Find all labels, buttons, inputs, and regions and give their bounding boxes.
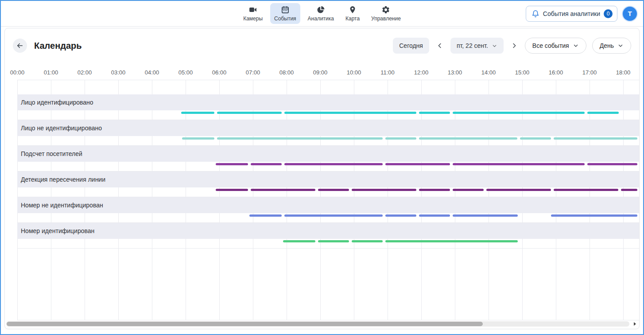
event-segment[interactable]	[181, 112, 214, 114]
event-segment[interactable]	[554, 189, 618, 191]
view-dropdown[interactable]: День	[592, 38, 631, 54]
event-segment[interactable]	[249, 214, 281, 217]
event-segment[interactable]	[385, 137, 416, 140]
event-segment[interactable]	[385, 240, 518, 242]
event-segment[interactable]	[453, 214, 518, 217]
row-label: Номер не идентифицирован	[21, 202, 103, 209]
event-segment[interactable]	[217, 137, 383, 140]
event-segment[interactable]	[419, 112, 450, 114]
hour-label: 17:00	[582, 69, 597, 76]
event-segment[interactable]	[385, 163, 450, 165]
settings-icon	[381, 5, 390, 14]
horizontal-scrollbar[interactable]	[6, 321, 629, 327]
nav-item-cameras[interactable]: Камеры	[239, 3, 267, 24]
event-segment[interactable]	[453, 163, 585, 165]
event-segment[interactable]	[385, 214, 416, 217]
event-filter-dropdown[interactable]: Все события	[525, 38, 586, 54]
event-segment[interactable]	[419, 137, 517, 140]
event-segment[interactable]	[419, 189, 450, 191]
event-segment[interactable]	[554, 137, 637, 140]
back-button[interactable]	[13, 39, 27, 53]
row-track	[17, 110, 639, 120]
calendar-panel: Календарь Сегодня пт, 22 сент. Все со	[4, 28, 640, 329]
hour-label: 18:00	[616, 69, 631, 76]
nav-label-map: Карта	[345, 16, 360, 22]
next-day-button[interactable]	[509, 41, 519, 51]
event-segment[interactable]	[486, 189, 551, 191]
event-segment[interactable]	[318, 189, 349, 191]
event-segment[interactable]	[587, 112, 619, 114]
event-segment[interactable]	[520, 137, 551, 140]
event-segment[interactable]	[419, 214, 450, 217]
row-label-band: Детекция пересечения линии	[17, 171, 639, 187]
event-segment[interactable]	[284, 163, 383, 165]
row-label: Лицо не идентифицировано	[21, 125, 102, 132]
scrollbar-thumb[interactable]	[7, 322, 483, 326]
app-window: { "topbar": { "nav": [ { "label": "Камер…	[0, 0, 644, 335]
analytics-events-button[interactable]: События аналитики 0	[526, 6, 617, 22]
event-segment[interactable]	[551, 214, 637, 217]
nav-item-map[interactable]: Карта	[341, 3, 364, 24]
event-segment[interactable]	[251, 163, 282, 165]
chevron-down-icon	[492, 43, 497, 49]
analytics-icon	[316, 5, 325, 14]
event-segment[interactable]	[216, 189, 248, 191]
event-segment[interactable]	[318, 240, 349, 242]
avatar[interactable]: T	[623, 7, 637, 21]
nav-item-management[interactable]: Управление	[367, 3, 405, 24]
event-segment[interactable]	[587, 163, 637, 165]
event-filter-label: Все события	[532, 42, 569, 49]
event-segment[interactable]	[217, 112, 282, 114]
time-axis: 00:0001:0002:0003:0004:0005:0006:0007:00…	[5, 63, 639, 80]
today-button[interactable]: Сегодня	[393, 38, 429, 54]
topbar: Камеры События Аналитика Карта Управлени…	[1, 1, 643, 27]
row-label: Детекция пересечения линии	[21, 176, 105, 183]
scroll-right-arrow[interactable]	[633, 322, 636, 326]
row-label: Номер идентифицирован	[21, 227, 94, 234]
hour-label: 15:00	[515, 69, 530, 76]
view-label: День	[600, 42, 614, 49]
calendar-header: Календарь Сегодня пт, 22 сент. Все со	[5, 28, 639, 63]
event-segment[interactable]	[453, 189, 484, 191]
camera-icon	[248, 5, 257, 14]
hour-label: 06:00	[212, 69, 227, 76]
event-segment[interactable]	[284, 112, 416, 114]
row-track	[17, 162, 639, 171]
hour-label: 14:00	[481, 69, 496, 76]
nav-item-analytics[interactable]: Аналитика	[304, 3, 338, 24]
event-segment[interactable]	[352, 240, 383, 242]
analytics-events-badge: 0	[604, 9, 613, 18]
chevron-right-icon	[510, 42, 518, 50]
event-segment[interactable]	[283, 240, 315, 242]
event-segment[interactable]	[251, 189, 315, 191]
hour-label: 00:00	[10, 69, 25, 76]
hour-label: 13:00	[448, 69, 462, 76]
row-track	[17, 239, 639, 249]
event-segment[interactable]	[352, 189, 416, 191]
topbar-right: События аналитики 0 T	[526, 6, 637, 22]
event-segment[interactable]	[284, 214, 383, 217]
event-segment[interactable]	[453, 112, 585, 114]
chevron-down-icon	[573, 43, 579, 49]
date-label: пт, 22 сент.	[457, 42, 488, 49]
hour-label: 03:00	[111, 69, 126, 76]
nav-label-analytics: Аналитика	[308, 16, 334, 22]
nav-item-events[interactable]: События	[270, 3, 300, 24]
event-segment[interactable]	[216, 163, 248, 165]
hour-label: 05:00	[178, 69, 193, 76]
row-label: Подсчет посетителей	[21, 150, 82, 157]
row-label: Лицо идентифицировано	[21, 99, 93, 106]
event-segment[interactable]	[621, 189, 637, 191]
date-dropdown[interactable]: пт, 22 сент.	[450, 38, 504, 54]
row-track	[17, 187, 639, 197]
grid-empty-area	[17, 249, 639, 320]
timeline-grid: Лицо идентифицированоЛицо не идентифицир…	[17, 80, 639, 320]
hour-label: 12:00	[414, 69, 429, 76]
bell-icon	[531, 10, 539, 18]
hour-label: 07:00	[246, 69, 260, 76]
event-segment[interactable]	[182, 137, 214, 140]
row-label-band: Номер идентифицирован	[17, 223, 639, 239]
hour-label: 11:00	[380, 69, 395, 76]
prev-day-button[interactable]	[435, 41, 445, 51]
chevron-left-icon	[436, 42, 444, 50]
